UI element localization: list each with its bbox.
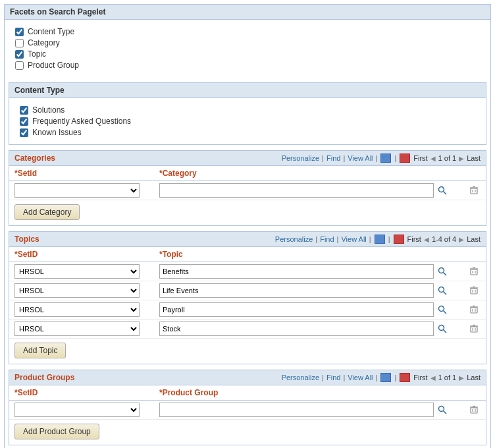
- pg-setid-select[interactable]: [14, 403, 140, 417]
- categories-prev-arrow[interactable]: ◀: [430, 155, 436, 162]
- pg-delete-cell: [454, 403, 481, 416]
- svg-point-35: [439, 406, 444, 412]
- topic-search-icon-1[interactable]: [436, 284, 449, 297]
- categories-empty-row: [9, 181, 486, 200]
- categories-icon2[interactable]: [400, 154, 410, 163]
- pg-page-info: 1 of 1: [438, 374, 457, 381]
- pg-delete-icon[interactable]: [467, 403, 481, 416]
- topic-row-1: HRSOL: [9, 281, 486, 300]
- product-groups-title: Product Groups: [14, 373, 74, 382]
- categories-title: Categories: [14, 154, 55, 163]
- svg-rect-37: [471, 408, 477, 413]
- facets-section: Content Type Category Topic Product Grou…: [5, 20, 490, 77]
- topic-setid-select-1[interactable]: HRSOL: [14, 283, 140, 298]
- topics-icon1[interactable]: [375, 235, 385, 244]
- svg-point-14: [439, 287, 444, 293]
- pg-col-actions: [454, 388, 481, 397]
- topic-main-input-0[interactable]: [159, 264, 434, 279]
- facet-topic-checkbox[interactable]: [15, 50, 24, 59]
- topics-prev-arrow[interactable]: ◀: [424, 236, 429, 243]
- topic-search-icon-0[interactable]: [436, 265, 449, 278]
- categories-delete-cell: [454, 184, 481, 197]
- svg-line-29: [444, 330, 447, 333]
- categories-next-arrow[interactable]: ▶: [459, 155, 464, 162]
- facet-content-type-checkbox[interactable]: [15, 28, 24, 36]
- categories-icon1[interactable]: [380, 154, 391, 163]
- svg-rect-23: [471, 308, 477, 313]
- categories-setid-select[interactable]: [14, 183, 140, 198]
- topic-setid-select-3[interactable]: HRSOL: [14, 322, 140, 336]
- categories-grid: Categories Personalize | Find | View All…: [9, 150, 486, 226]
- svg-rect-30: [471, 327, 477, 332]
- topic-main-input-2[interactable]: [159, 302, 434, 317]
- svg-rect-16: [471, 289, 477, 294]
- facet-category-row: Category: [15, 38, 480, 47]
- facet-topic-label: Topic: [28, 49, 46, 59]
- add-category-button[interactable]: Add Category: [14, 204, 80, 220]
- pg-icon1[interactable]: [380, 373, 391, 382]
- topics-find-link[interactable]: Find: [320, 235, 334, 243]
- topic-delete-icon-3[interactable]: [467, 322, 481, 335]
- topic-setid-select-2[interactable]: HRSOL: [14, 302, 140, 317]
- categories-main-cell: [159, 183, 454, 198]
- topic-delete-cell-0: [454, 265, 481, 278]
- pg-col-main: *Product Group: [159, 388, 454, 397]
- pg-icon2[interactable]: [400, 373, 410, 382]
- categories-viewall-link[interactable]: View All: [348, 154, 373, 162]
- svg-point-28: [439, 325, 444, 331]
- ct-known-issues-row: Known Issues: [20, 128, 475, 137]
- add-product-group-button[interactable]: Add Product Group: [14, 424, 99, 439]
- pg-main-input[interactable]: [159, 403, 434, 417]
- pg-prev-arrow[interactable]: ◀: [430, 374, 436, 381]
- categories-personalize-link[interactable]: Personalize: [282, 154, 319, 162]
- ct-known-issues-checkbox[interactable]: [20, 128, 28, 137]
- svg-point-0: [439, 187, 444, 192]
- pg-viewall-link[interactable]: View All: [348, 374, 373, 381]
- facet-category-checkbox[interactable]: [15, 39, 24, 47]
- ct-solutions-checkbox[interactable]: [20, 106, 28, 115]
- topics-viewall-link[interactable]: View All: [341, 235, 366, 243]
- pg-find-link[interactable]: Find: [326, 374, 340, 381]
- topics-page-info: 1-4 of 4: [432, 235, 456, 243]
- categories-col-actions: [454, 169, 481, 178]
- topic-main-cell-3: [159, 322, 454, 336]
- pg-col-header: *SetID *Product Group: [9, 385, 486, 401]
- content-type-body: Solutions Frequently Asked Questions Kno…: [9, 98, 486, 144]
- facet-product-group-checkbox[interactable]: [15, 61, 24, 70]
- svg-point-7: [439, 268, 444, 273]
- facet-content-type-row: Content Type: [15, 27, 480, 36]
- topic-search-icon-3[interactable]: [436, 322, 449, 335]
- topic-main-cell-1: [159, 283, 454, 298]
- topic-delete-cell-2: [454, 303, 481, 316]
- categories-col-main: *Category: [159, 169, 454, 178]
- topic-setid-select-0[interactable]: HRSOL: [14, 264, 140, 279]
- topic-main-input-3[interactable]: [159, 322, 434, 336]
- ct-faq-label: Frequently Asked Questions: [32, 117, 131, 126]
- pg-next-arrow[interactable]: ▶: [459, 374, 464, 381]
- svg-line-36: [444, 411, 447, 414]
- svg-line-15: [444, 292, 447, 295]
- categories-search-icon[interactable]: [436, 184, 449, 197]
- svg-point-21: [439, 306, 444, 312]
- topics-next-arrow[interactable]: ▶: [459, 236, 464, 243]
- topic-delete-icon-0[interactable]: [467, 265, 481, 278]
- pg-search-icon[interactable]: [436, 403, 449, 416]
- pg-personalize-link[interactable]: Personalize: [282, 374, 319, 381]
- topic-search-icon-2[interactable]: [436, 303, 449, 316]
- topics-personalize-link[interactable]: Personalize: [275, 235, 313, 243]
- categories-find-link[interactable]: Find: [326, 154, 340, 162]
- product-groups-nav: Personalize | Find | View All | | First …: [282, 373, 481, 382]
- add-topic-button[interactable]: Add Topic: [14, 343, 66, 358]
- pg-setid-cell: [14, 403, 159, 417]
- categories-main-input[interactable]: [159, 183, 434, 198]
- topic-delete-icon-2[interactable]: [467, 303, 481, 316]
- pg-empty-row: [9, 401, 486, 420]
- categories-delete-icon[interactable]: [467, 184, 481, 197]
- svg-line-1: [444, 192, 447, 195]
- categories-nav: Personalize | Find | View All | | First …: [282, 154, 481, 163]
- product-groups-title-bar: Product Groups Personalize | Find | View…: [9, 370, 486, 385]
- topic-main-input-1[interactable]: [159, 283, 434, 298]
- topics-icon2[interactable]: [394, 235, 404, 244]
- ct-faq-checkbox[interactable]: [20, 117, 28, 126]
- topic-delete-icon-1[interactable]: [467, 284, 481, 297]
